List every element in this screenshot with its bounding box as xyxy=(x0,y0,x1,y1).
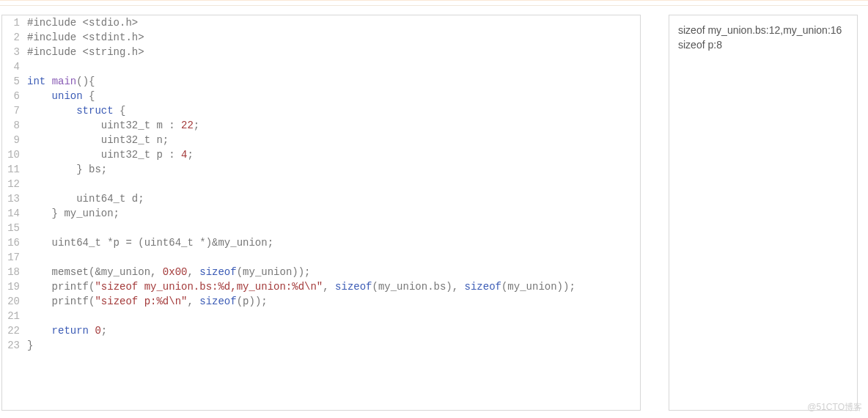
token-op: { xyxy=(83,90,95,102)
line-number: 10 xyxy=(2,147,20,162)
token-preproc: #include <string.h> xyxy=(27,46,144,58)
token-op: } my_union; xyxy=(27,208,119,219)
token-op: (my_union)); xyxy=(237,266,311,278)
token-keyword: sizeof xyxy=(335,281,372,293)
token-op: uint32_t m : xyxy=(27,120,181,131)
token-op: ; xyxy=(101,325,107,337)
code-line: uint32_t p : 4; xyxy=(27,147,575,162)
line-number: 19 xyxy=(2,279,20,294)
code-line: #include <string.h> xyxy=(27,45,575,59)
code-line xyxy=(27,221,575,235)
token-keyword: sizeof xyxy=(465,281,501,293)
line-number: 4 xyxy=(2,59,20,74)
line-number: 7 xyxy=(2,103,20,118)
token-lit: 22 xyxy=(181,120,194,131)
code-line: return 0; xyxy=(27,323,575,338)
main-container: 1234567891011121314151617181920212223 #i… xyxy=(0,6,868,411)
token-struct-k: union xyxy=(52,90,83,102)
token-op: , xyxy=(187,296,199,307)
code-content: #include <stdio.h>#include <stdint.h>#in… xyxy=(24,15,575,410)
code-line xyxy=(27,177,575,191)
token-preproc: #include <stdint.h> xyxy=(27,32,144,43)
code-line: uint32_t n; xyxy=(27,133,575,147)
line-number-gutter: 1234567891011121314151617181920212223 xyxy=(2,15,24,410)
code-line: uint64_t d; xyxy=(27,191,575,206)
line-number: 13 xyxy=(2,191,20,206)
token-op: ; xyxy=(194,120,199,131)
token-fn: main xyxy=(52,76,77,87)
token-type: int xyxy=(27,76,45,87)
code-line: } my_union; xyxy=(27,206,575,221)
line-number: 9 xyxy=(2,133,20,147)
token-op: { xyxy=(114,105,126,117)
line-number: 3 xyxy=(2,45,20,59)
token-op xyxy=(27,90,52,102)
code-line: #include <stdint.h> xyxy=(27,30,575,45)
token-op: } bs; xyxy=(27,164,107,175)
line-number: 11 xyxy=(2,162,20,177)
line-number: 23 xyxy=(2,338,20,353)
token-lit: "sizeof p:%d\n" xyxy=(95,296,187,307)
code-line: struct { xyxy=(27,103,575,118)
code-line xyxy=(27,59,575,74)
token-op xyxy=(45,76,51,87)
token-op: (p)); xyxy=(237,296,268,307)
token-op: (){ xyxy=(76,76,95,87)
token-keyword: sizeof xyxy=(199,296,236,307)
token-op: uint32_t p : xyxy=(27,149,181,161)
code-line: } xyxy=(27,338,575,353)
watermark: @51CTO博客 xyxy=(807,401,862,414)
token-op: memset(&my_union, xyxy=(27,266,163,278)
code-line xyxy=(27,309,575,323)
token-op xyxy=(27,325,52,337)
token-keyword: sizeof xyxy=(199,266,236,278)
line-number: 16 xyxy=(2,235,20,250)
token-lit: 0x00 xyxy=(163,266,188,278)
code-line: uint32_t m : 22; xyxy=(27,118,575,133)
token-op: (my_union.bs), xyxy=(372,281,465,293)
code-panel: 1234567891011121314151617181920212223 #i… xyxy=(1,15,641,411)
line-number: 17 xyxy=(2,250,20,265)
top-divider xyxy=(0,0,868,6)
line-number: 21 xyxy=(2,309,20,323)
line-number: 6 xyxy=(2,89,20,103)
token-struct-k: struct xyxy=(76,105,113,117)
token-op: , xyxy=(323,281,335,293)
token-lit: "sizeof my_union.bs:%d,my_union:%d\n" xyxy=(95,281,323,293)
line-number: 2 xyxy=(2,30,20,45)
code-line: printf("sizeof my_union.bs:%d,my_union:%… xyxy=(27,279,575,294)
token-op: printf( xyxy=(27,281,95,293)
code-line xyxy=(27,250,575,265)
token-op: ; xyxy=(187,149,193,161)
output-line: sizeof p:8 xyxy=(678,37,848,52)
output-panel: sizeof my_union.bs:12,my_union:16sizeof … xyxy=(669,15,858,411)
line-number: 1 xyxy=(2,15,20,30)
code-line: memset(&my_union, 0x00, sizeof(my_union)… xyxy=(27,265,575,279)
token-op: uint32_t n; xyxy=(27,134,169,146)
code-line: union { xyxy=(27,89,575,103)
line-number: 15 xyxy=(2,221,20,235)
line-number: 12 xyxy=(2,177,20,191)
token-op: (my_union)); xyxy=(501,281,575,293)
code-line: } bs; xyxy=(27,162,575,177)
token-preproc: #include <stdio.h> xyxy=(27,17,138,29)
code-line: uint64_t *p = (uint64_t *)&my_union; xyxy=(27,235,575,250)
token-op: printf( xyxy=(27,296,95,307)
line-number: 14 xyxy=(2,206,20,221)
line-number: 18 xyxy=(2,265,20,279)
token-op: uint64_t *p = (uint64_t *)&my_union; xyxy=(27,237,273,249)
code-line: printf("sizeof p:%d\n", sizeof(p)); xyxy=(27,294,575,309)
token-lit: 0 xyxy=(95,325,100,337)
line-number: 22 xyxy=(2,323,20,338)
token-op: , xyxy=(187,266,199,278)
output-line: sizeof my_union.bs:12,my_union:16 xyxy=(678,23,848,37)
line-number: 5 xyxy=(2,74,20,89)
token-op: } xyxy=(27,340,33,351)
line-number: 20 xyxy=(2,294,20,309)
token-keyword: return xyxy=(52,325,89,337)
token-op xyxy=(27,105,76,117)
line-number: 8 xyxy=(2,118,20,133)
code-line: #include <stdio.h> xyxy=(27,15,575,30)
code-line: int main(){ xyxy=(27,74,575,89)
token-op: uint64_t d; xyxy=(27,193,144,205)
